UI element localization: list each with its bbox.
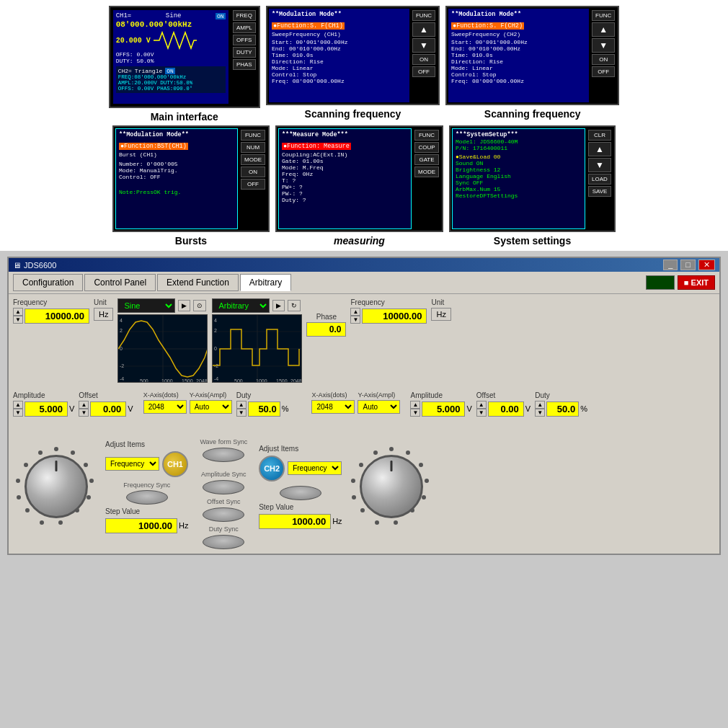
system-up-btn[interactable]: ▲ — [588, 142, 611, 156]
sweep2-up-btn[interactable]: ▲ — [592, 22, 615, 37]
ch1-freq-value[interactable]: 10000.00 — [25, 308, 89, 324]
measure-gate-btn[interactable]: GATE — [414, 154, 439, 165]
sweep1-label: Scanning frequency — [305, 108, 401, 120]
ch2-ampl-up[interactable]: ▲ — [410, 401, 420, 409]
ch1-knob[interactable] — [25, 455, 88, 518]
main-label: Main interface — [151, 111, 218, 123]
ch1-ampl-value[interactable]: 5.000 — [25, 401, 68, 417]
ch1-offset-value[interactable]: 0.00 — [90, 401, 126, 417]
waveform-sync-btn[interactable] — [203, 448, 244, 462]
ch1-duty-down[interactable]: ▼ — [236, 409, 247, 417]
exit-button[interactable]: ■ EXIT — [678, 275, 715, 290]
sweep2-down-btn[interactable]: ▼ — [592, 38, 615, 53]
ch1-offset-down[interactable]: ▼ — [79, 409, 89, 417]
sweep1-freq: Freq: 08'000'000.00Hz — [272, 78, 407, 84]
ch2-yaxis-label: Y-Axis(Ampl) — [358, 391, 400, 399]
offset-sync-btn[interactable] — [203, 507, 244, 522]
ch2-offset-up[interactable]: ▲ — [476, 401, 487, 409]
ch2-duty-value[interactable]: 50.0 — [546, 401, 579, 417]
ch1-duty-up[interactable]: ▲ — [236, 401, 247, 409]
burst-num-btn[interactable]: NUM — [241, 142, 265, 153]
ch1-duty-value[interactable]: 50.0 — [248, 401, 280, 417]
burst-mode-btn[interactable]: MODE — [241, 154, 265, 165]
sweep2-ctrl: Control: Stop — [451, 71, 586, 78]
ch2-xaxis-select[interactable]: 2048 1024 — [311, 400, 355, 414]
ch2-refresh-btn[interactable]: ↻ — [288, 300, 301, 311]
offs-btn[interactable]: OFFS — [233, 35, 256, 45]
ch1-freq-down[interactable]: ▼ — [13, 316, 23, 324]
ch2-yaxis-select[interactable]: Auto Manual — [358, 400, 400, 414]
duty-btn[interactable]: DUTY — [233, 47, 256, 58]
ch1-freq-group: Frequency ▲ ▼ 10000.00 — [13, 298, 89, 324]
svg-point-50 — [351, 479, 355, 483]
ch2-offset-down[interactable]: ▼ — [476, 409, 487, 417]
ch2-freq-value[interactable]: 10000.00 — [362, 308, 427, 324]
ch2-freq-sync-btn[interactable] — [280, 486, 321, 500]
ampl-btn[interactable]: AMPL — [233, 22, 256, 33]
ch1-step-value[interactable]: 1000.00 — [105, 518, 177, 533]
system-clr-btn[interactable]: CLR — [588, 130, 611, 141]
sweep2-on-btn[interactable]: ON — [592, 54, 615, 65]
phas-btn[interactable]: PHAS — [233, 59, 256, 70]
ch2-duty-up[interactable]: ▲ — [535, 401, 545, 409]
amplitude-sync-btn[interactable] — [203, 480, 244, 494]
burst-func-btn[interactable]: FUNC — [241, 130, 265, 141]
freq-btn[interactable]: FREQ — [233, 10, 256, 21]
ch2-step-value[interactable]: 1000.00 — [259, 514, 331, 529]
ch2-ampl-value[interactable]: 5.000 — [422, 401, 465, 417]
ch2-adjust-select[interactable]: Frequency Amplitude — [288, 461, 342, 475]
ch1-freq-up[interactable]: ▲ — [13, 308, 23, 316]
ch1-wave-selector[interactable]: Sine Square Triangle — [117, 298, 175, 313]
burst-block: **Modulation Mode** ●Function:BST(CH1) B… — [112, 125, 270, 247]
ch1-ampl-down[interactable]: ▼ — [13, 409, 23, 417]
ch1-adjust-select[interactable]: Frequency Amplitude — [105, 457, 159, 471]
ch2-wave-selector[interactable]: Arbitrary Sine — [212, 298, 270, 313]
tab-controlpanel[interactable]: Control Panel — [84, 274, 156, 291]
ch1-yaxis-select[interactable]: Auto Manual — [190, 400, 232, 414]
sweep1-up-btn[interactable]: ▲ — [412, 22, 435, 37]
ch1-ampl-up[interactable]: ▲ — [13, 401, 23, 409]
measure-mode-btn[interactable]: MODE — [414, 167, 439, 177]
ch1-xaxis-select[interactable]: 2048 1024 — [143, 400, 187, 414]
minimize-btn[interactable]: _ — [663, 259, 678, 270]
ch2-freq-up[interactable]: ▲ — [350, 308, 360, 316]
tab-extendfunction[interactable]: Extend Function — [157, 274, 239, 291]
ch1-wave-btn[interactable]: ▶ — [178, 300, 190, 311]
burst-off-btn[interactable]: OFF — [241, 179, 265, 190]
measure-coup-btn[interactable]: COUP — [414, 142, 439, 153]
ch1-wave-btn2[interactable]: ⊙ — [193, 300, 206, 311]
sweep1-down-btn[interactable]: ▼ — [412, 38, 435, 53]
ch2-duty-down[interactable]: ▼ — [535, 409, 545, 417]
ch2-ampl-down[interactable]: ▼ — [410, 409, 420, 417]
sweep2-func-btn[interactable]: FUNC — [592, 10, 615, 21]
phase-value[interactable]: 0.0 — [306, 322, 346, 337]
system-down-btn[interactable]: ▼ — [588, 158, 611, 172]
tab-arbitrary[interactable]: Arbitrary — [240, 274, 291, 291]
sweep1-off-btn[interactable]: OFF — [412, 66, 435, 77]
system-restore: RestoreDFTSettings — [456, 192, 582, 199]
freq-sync-btn[interactable] — [126, 490, 168, 505]
system-load-btn[interactable]: LOAD — [588, 174, 611, 185]
ch2-offset-value[interactable]: 0.00 — [488, 401, 524, 417]
measure-func-btn[interactable]: FUNC — [414, 130, 439, 141]
system-save-btn[interactable]: SAVE — [588, 186, 611, 197]
ch2-wave-btn[interactable]: ▶ — [272, 300, 285, 311]
ch1-offset-up[interactable]: ▲ — [79, 401, 89, 409]
burst-on-btn[interactable]: ON — [241, 167, 265, 177]
maximize-btn[interactable]: □ — [680, 259, 696, 270]
sweep1-func-btn[interactable]: FUNC — [412, 10, 435, 21]
svg-point-31 — [86, 495, 91, 500]
ch1-wave-section: Sine Square Triangle ▶ ⊙ — [117, 298, 208, 386]
sweep1-on-btn[interactable]: ON — [412, 54, 435, 65]
sweep2-off-btn[interactable]: OFF — [592, 66, 615, 77]
tab-configuration[interactable]: Configuration — [13, 274, 83, 291]
ch2-unit-group: Unit Hz — [431, 298, 450, 321]
svg-point-35 — [25, 508, 30, 512]
ch2-freq-down[interactable]: ▼ — [350, 316, 360, 324]
ch1-offset-unit: V — [128, 404, 133, 413]
svg-text:-2: -2 — [120, 363, 124, 368]
duty-sync-btn[interactable] — [203, 535, 244, 549]
ch2-adjust-label: Adjust Items — [259, 445, 342, 453]
close-btn[interactable]: ✕ — [698, 259, 715, 270]
ch2-knob[interactable] — [360, 455, 423, 518]
